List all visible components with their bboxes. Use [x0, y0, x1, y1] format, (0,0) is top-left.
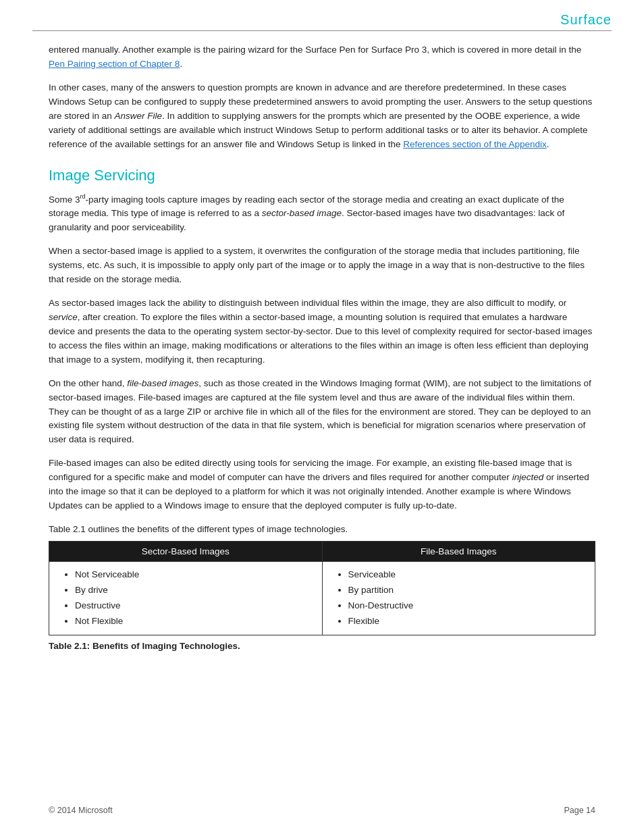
injected-em: injected — [512, 472, 544, 482]
surface-logo: Surface — [560, 12, 612, 28]
list-item: By drive — [75, 583, 311, 598]
section-paragraph-3: As sector-based images lack the ability … — [49, 296, 595, 367]
list-item: Not Serviceable — [75, 567, 311, 583]
table-row: Not Serviceable By drive Destructive Not… — [49, 561, 595, 635]
intro-paragraph-1: entered manually. Another example is the… — [49, 43, 595, 72]
section-paragraph-2: When a sector-based image is applied to … — [49, 244, 595, 287]
copyright-text: © 2014 Microsoft — [49, 806, 113, 815]
service-em: service — [49, 312, 78, 322]
list-item: By partition — [348, 583, 585, 598]
list-item: Not Flexible — [75, 614, 311, 629]
pen-pairing-link[interactable]: Pen Pairing section of Chapter 8 — [49, 59, 180, 69]
intro-paragraph-2: In other cases, many of the answers to q… — [49, 81, 595, 152]
section-paragraph-1: Some 3rd-party imaging tools capture ima… — [49, 192, 595, 235]
references-link[interactable]: References section of the Appendix — [403, 139, 546, 149]
answer-file-em: Answer File — [115, 111, 163, 121]
section-paragraph-4: On the other hand, file-based images, su… — [49, 377, 595, 448]
list-item: Flexible — [348, 614, 585, 629]
page-content: entered manually. Another example is the… — [0, 43, 644, 651]
section-paragraph-5: File-based images can also be edited dir… — [49, 457, 595, 513]
sector-based-list: Not Serviceable By drive Destructive Not… — [63, 567, 311, 629]
sector-based-image-em: sector-based image — [262, 208, 342, 218]
page: Surface entered manually. Another exampl… — [0, 0, 644, 834]
table-title: Table 2.1: Benefits of Imaging Technolog… — [49, 641, 595, 651]
image-technologies-table: Sector-Based Images File-Based Images No… — [49, 541, 595, 635]
table-col2-cell: Serviceable By partition Non-Destructive… — [322, 561, 595, 635]
page-number: Page 14 — [564, 806, 595, 815]
list-item: Non-Destructive — [348, 598, 585, 614]
file-based-list: Serviceable By partition Non-Destructive… — [336, 567, 585, 629]
header-divider — [32, 30, 612, 31]
table-col1-header: Sector-Based Images — [49, 541, 323, 561]
table-col2-header: File-Based Images — [322, 541, 595, 561]
file-based-images-em: file-based images — [127, 378, 198, 388]
list-item: Serviceable — [348, 567, 585, 583]
list-item: Destructive — [75, 598, 311, 614]
table-col1-cell: Not Serviceable By drive Destructive Not… — [49, 561, 323, 635]
image-servicing-heading: Image Servicing — [49, 166, 595, 186]
page-footer: © 2014 Microsoft Page 14 — [49, 806, 595, 815]
page-header: Surface — [0, 0, 644, 28]
table-intro: Table 2.1 outlines the benefits of the d… — [49, 523, 595, 537]
